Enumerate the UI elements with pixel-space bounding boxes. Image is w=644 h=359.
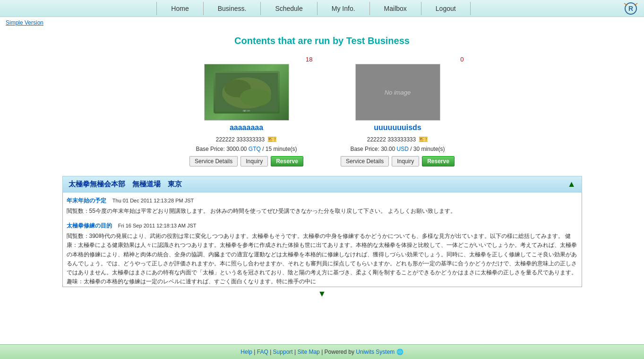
- nav-schedule[interactable]: Schedule: [261, 2, 317, 15]
- nav-business[interactable]: Business.: [204, 2, 261, 15]
- service-buttons-1: Service Details Inquiry Reserve: [189, 156, 303, 166]
- blog-post-body-1: 閲覧数：55今度の年末年始は平常どおり開講致します。 お休みの時間を使ってぜひ受…: [67, 207, 578, 216]
- blog-post-date-1: Thu 01 Dec 2011 12:13:28 PM JST: [112, 198, 194, 203]
- blog-section: 太極拳無極会本部 無極道場 東京 ▲ 年末年始の予定 Thu 01 Dec 20…: [62, 176, 582, 299]
- ticket-icon-2: 🎫: [419, 135, 428, 144]
- service-count-2: 0: [460, 56, 464, 63]
- nav-logout[interactable]: Logout: [421, 2, 471, 15]
- blog-header: 太極拳無極会本部 無極道場 東京 ▲: [62, 176, 582, 193]
- simple-version-link[interactable]: Simple Version: [2, 17, 47, 29]
- service-image-1: [204, 64, 289, 121]
- service-details-btn-1[interactable]: Service Details: [189, 156, 238, 166]
- service-price-1: Base Price: 3000.00 GTQ / 15 minute(s): [196, 146, 297, 152]
- service-name-2[interactable]: uuuuuuuisds: [374, 123, 421, 132]
- service-details-btn-2[interactable]: Service Details: [341, 156, 389, 166]
- inquiry-btn-2[interactable]: Inquiry: [392, 156, 419, 166]
- service-meta-2: 222222 333333333 🎫: [367, 135, 428, 144]
- service-meta-text-2: 222222 333333333: [367, 136, 416, 143]
- logo-icon: R: [622, 1, 639, 16]
- svg-text:R: R: [628, 5, 633, 12]
- blog-post-title-1[interactable]: 年末年始の予定: [67, 197, 106, 204]
- service-meta-1: 222222 333333333 🎫: [216, 135, 277, 144]
- currency-link-2[interactable]: USD: [397, 146, 409, 152]
- reserve-btn-1[interactable]: Reserve: [271, 156, 303, 166]
- main-content: Contents that are run by Test Business 1…: [0, 26, 644, 308]
- service-buttons-2: Service Details Inquiry Reserve: [341, 156, 455, 166]
- nav-links: Home Business. Schedule My Info. Mailbox…: [5, 2, 622, 15]
- service-price-2: Base Price: 30.00 USD / 30 minute(s): [350, 146, 445, 152]
- page-title: Contents that are run by Test Business: [9, 35, 635, 46]
- service-image-2: No image: [355, 64, 440, 121]
- inquiry-btn-1[interactable]: Inquiry: [240, 156, 268, 166]
- service-card-2: 0 No image uuuuuuuisds 222222 333333333 …: [332, 56, 464, 166]
- blog-down-section: ▼: [62, 289, 582, 299]
- blog-post-body-2: 閲覧数：390時代の発展により、武術の役割は常に変化しつつあります。太極拳もそう…: [67, 232, 578, 286]
- blog-content[interactable]: 年末年始の予定 Thu 01 Dec 2011 12:13:28 PM JST …: [62, 193, 582, 287]
- nav-home[interactable]: Home: [156, 2, 203, 15]
- blog-down-icon[interactable]: ▼: [318, 289, 326, 299]
- service-count-1: 18: [306, 56, 312, 63]
- blog-title: 太極拳無極会本部 無極道場 東京: [69, 180, 182, 189]
- reserve-btn-2[interactable]: Reserve: [422, 156, 455, 166]
- blog-post-title-2[interactable]: 太極拳修練の目的: [67, 222, 112, 229]
- service-meta-text-1: 222222 333333333: [216, 136, 265, 143]
- blog-post-1: 年末年始の予定 Thu 01 Dec 2011 12:13:28 PM JST …: [67, 196, 578, 216]
- blog-post-2: 太極拳修練の目的 Fri 16 Sep 2011 12:18:13 AM JST…: [67, 221, 578, 286]
- service-name-1[interactable]: aaaaaaaa: [230, 123, 263, 132]
- nav-myinfo[interactable]: My Info.: [318, 2, 370, 15]
- service-card-1: 18 aaaaaaaa 222222 333333333 🎫 Base Pric…: [180, 56, 313, 166]
- blog-up-icon[interactable]: ▲: [567, 179, 576, 189]
- currency-link-1[interactable]: GTQ: [249, 146, 261, 152]
- ticket-icon-1: 🎫: [267, 135, 277, 144]
- services-row: 18 aaaaaaaa 222222 333333333 🎫 Base Pric…: [9, 56, 635, 166]
- blog-post-date-2: Fri 16 Sep 2011 12:18:13 AM JST: [118, 223, 197, 228]
- top-navigation: Home Business. Schedule My Info. Mailbox…: [0, 0, 644, 17]
- nav-mailbox[interactable]: Mailbox: [370, 2, 421, 15]
